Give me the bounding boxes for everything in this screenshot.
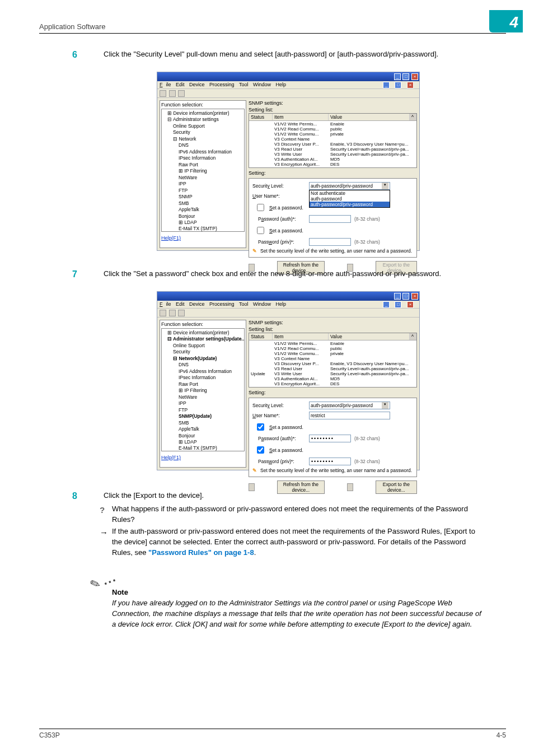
chevron-down-icon[interactable]: ▾ (382, 183, 388, 189)
dd-option[interactable]: Not authenticate (310, 190, 390, 196)
toolbar (157, 89, 419, 98)
col-status[interactable]: Status (249, 114, 273, 120)
set-password-label: Set a password. (269, 447, 303, 453)
dd-option[interactable]: auth-password/priv-password (310, 202, 390, 207)
col-value[interactable]: Value (329, 114, 410, 120)
help-link[interactable]: Help(F1) (161, 235, 245, 241)
footer-right: 4-5 (496, 731, 506, 739)
col-item[interactable]: Item (273, 114, 329, 120)
menu-window[interactable]: Window (253, 301, 271, 307)
function-tree[interactable]: ⊞ Device information(printer) ⊟ Administ… (161, 328, 245, 451)
security-level-label: Security Level: (252, 183, 306, 189)
mdi-restore-icon[interactable]: □ (395, 301, 401, 308)
col-item[interactable]: Item (273, 333, 329, 340)
mdi-minimize-icon[interactable]: _ (383, 82, 390, 88)
password-auth-label: Password (auth)*: (252, 216, 306, 222)
step-text: Click the "Security Level" pull-down men… (87, 49, 484, 60)
close-icon[interactable]: × (411, 73, 418, 80)
note-label: Note (112, 588, 128, 596)
function-tree[interactable]: ⊞ Device information(printer) ⊟ Administ… (161, 109, 245, 232)
password-hint: (8-32 chars) (354, 436, 380, 441)
help-link[interactable]: Help(F1) (161, 455, 245, 460)
toolbar (157, 309, 419, 318)
setting-list[interactable]: Status Item Value ^ V1/V2 Write Permis..… (249, 333, 417, 388)
minimize-icon[interactable]: _ (394, 73, 401, 80)
setting-list[interactable]: Status Item Value ^ V1/V2 Write Permis..… (249, 113, 417, 168)
minimize-icon[interactable]: _ (394, 293, 401, 300)
password-priv-input[interactable] (309, 238, 351, 246)
menu-help[interactable]: Help (276, 301, 287, 307)
dd-option[interactable]: auth-password (310, 196, 390, 202)
step-number: 6 (72, 48, 77, 61)
toolbar-icon[interactable] (160, 90, 166, 97)
menu-processing[interactable]: Processing (209, 82, 235, 87)
menu-help[interactable]: Help (276, 82, 287, 87)
security-level-dropdown[interactable]: auth-password/priv-password▾ (309, 402, 390, 409)
toolbar-icon[interactable] (160, 310, 166, 316)
menu-tool[interactable]: Tool (239, 301, 249, 307)
mdi-minimize-icon[interactable]: _ (383, 301, 390, 308)
menu-device[interactable]: Device (189, 82, 205, 87)
settinglist-label: Setting list: (249, 326, 417, 332)
password-rules-link[interactable]: "Password Rules" on page 1-8 (148, 548, 254, 557)
panel-title: SNMP settings: (249, 320, 417, 325)
mdi-buttons: _ □ × (382, 82, 417, 88)
step-number: 8 (72, 489, 77, 502)
toolbar-icon[interactable] (169, 90, 176, 97)
password-hint: (8-32 chars) (354, 216, 380, 222)
password-priv-input[interactable] (309, 458, 351, 465)
menu-device[interactable]: Device (189, 301, 205, 307)
maximize-icon[interactable]: □ (402, 293, 409, 300)
close-icon[interactable]: × (411, 293, 418, 300)
menu-edit[interactable]: Edit (176, 301, 185, 307)
function-selection-label: Function selection: (161, 102, 245, 108)
password-auth-label: Password (auth)*: (252, 436, 306, 441)
password-auth-input[interactable] (309, 435, 351, 442)
set-password-label: Set a password. (269, 228, 303, 234)
security-level-dropdown[interactable]: auth-password/priv-password▾ Not authent… (309, 182, 390, 190)
menubar: File Edit Device Processing Tool Window … (157, 81, 419, 89)
col-status[interactable]: Status (249, 333, 273, 340)
menu-tool[interactable]: Tool (239, 82, 249, 87)
window-titlebar: _ □ × (157, 72, 419, 81)
right-panel: SNMP settings: Setting list: Status Item… (249, 320, 417, 468)
setting-label: Setting: (249, 170, 417, 176)
toolbar-icon[interactable] (178, 90, 185, 97)
step-text: Click the "Set a password" check box and… (87, 269, 484, 279)
window-buttons: _ □ × (394, 293, 418, 300)
chapter-number: 4 (509, 13, 518, 31)
mdi-close-icon[interactable]: × (407, 82, 414, 88)
menu-file[interactable]: File (160, 82, 171, 87)
menu-edit[interactable]: Edit (176, 82, 185, 87)
dropdown-list[interactable]: Not authenticate auth-password auth-pass… (309, 190, 390, 208)
mdi-close-icon[interactable]: × (407, 301, 414, 308)
toolbar-icon[interactable] (169, 310, 176, 316)
sub-answer: → If the auth-password or priv-password … (112, 526, 484, 558)
menu-processing[interactable]: Processing (209, 301, 235, 307)
info-icon: ✎ (252, 248, 257, 254)
password-auth-input[interactable] (309, 215, 351, 223)
mdi-restore-icon[interactable]: □ (395, 82, 401, 88)
set-password-auth-checkbox[interactable] (257, 204, 264, 211)
set-password-auth-checkbox[interactable] (257, 423, 264, 431)
question-icon: ? (100, 504, 105, 516)
password-hint: (8-32 chars) (354, 459, 380, 464)
step-8: 8 Click the [Export to the device]. (87, 491, 484, 501)
header-title: Application Software (39, 22, 106, 31)
col-value[interactable]: Value (329, 333, 410, 340)
set-password-priv-checkbox[interactable] (257, 446, 264, 454)
step-6: 6 Click the "Security Level" pull-down m… (87, 49, 484, 60)
right-panel: SNMP settings: Setting list: Status Item… (249, 100, 417, 248)
arrow-icon: → (100, 526, 108, 539)
function-selection-label: Function selection: (161, 321, 245, 327)
menu-file[interactable]: File (160, 301, 171, 307)
refresh-icon (249, 483, 255, 491)
security-level-label: Security Level: (252, 403, 306, 408)
step-number: 7 (72, 268, 77, 281)
username-input[interactable] (309, 412, 390, 419)
chevron-down-icon[interactable]: ▾ (382, 402, 388, 409)
maximize-icon[interactable]: □ (402, 73, 409, 80)
set-password-priv-checkbox[interactable] (257, 227, 264, 234)
menu-window[interactable]: Window (253, 82, 271, 87)
toolbar-icon[interactable] (178, 310, 185, 316)
